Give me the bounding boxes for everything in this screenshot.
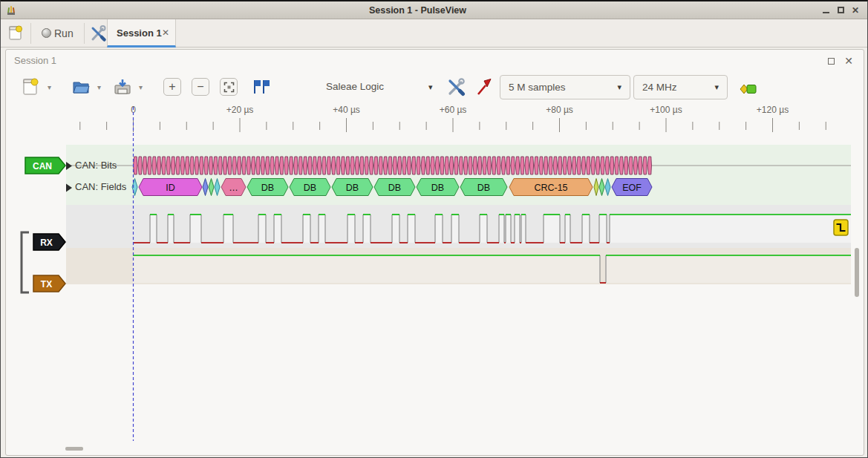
can-bit[interactable]: [440, 157, 444, 174]
can-bit[interactable]: [341, 157, 345, 174]
can-bit[interactable]: [284, 157, 288, 174]
can-field[interactable]: [594, 179, 598, 196]
can-bit[interactable]: [256, 157, 260, 174]
can-bit[interactable]: [379, 157, 382, 174]
tab-session-1[interactable]: Session 1 ✕: [107, 19, 176, 48]
can-bit[interactable]: [529, 157, 533, 174]
trigger-marker[interactable]: [834, 220, 848, 235]
can-bit[interactable]: [629, 157, 633, 174]
can-bit[interactable]: [251, 157, 255, 174]
horizontal-scrollbar[interactable]: [65, 447, 83, 451]
can-bit[interactable]: [261, 157, 264, 174]
can-bit[interactable]: [152, 157, 156, 174]
can-bit[interactable]: [365, 157, 368, 174]
can-bit[interactable]: [577, 157, 581, 174]
can-bit[interactable]: [591, 157, 595, 174]
can-bit[interactable]: [322, 157, 326, 174]
can-bit[interactable]: [449, 157, 453, 174]
can-bit[interactable]: [308, 157, 312, 174]
panel-close-button[interactable]: ✕: [841, 54, 856, 68]
can-bit[interactable]: [544, 157, 547, 174]
rx-trace-tag[interactable]: RX: [33, 234, 65, 250]
trace-view[interactable]: ID…DBDBDBDBDBDBCRC-15EOFCANRXTX: [1, 105, 868, 443]
minimize-button[interactable]: [818, 3, 833, 18]
can-bit[interactable]: [473, 157, 477, 174]
can-bit[interactable]: [355, 157, 359, 174]
can-bit[interactable]: [223, 157, 226, 174]
device-dropdown-arrow[interactable]: ▾: [428, 82, 433, 92]
can-bit[interactable]: [492, 157, 495, 174]
can-bit[interactable]: [331, 157, 335, 174]
can-bit[interactable]: [204, 157, 208, 174]
can-bit[interactable]: [228, 157, 232, 174]
can-bit[interactable]: [633, 157, 637, 174]
can-bit[interactable]: [162, 157, 166, 174]
can-bit[interactable]: [397, 157, 401, 174]
can-bit[interactable]: [643, 157, 647, 174]
can-bit[interactable]: [587, 157, 590, 174]
can-bit[interactable]: [313, 157, 316, 174]
channels-button[interactable]: [474, 76, 495, 97]
can-bit[interactable]: [483, 157, 486, 174]
can-bit[interactable]: [487, 157, 491, 174]
can-bit[interactable]: [431, 157, 434, 174]
configure-device-button[interactable]: [446, 76, 466, 97]
can-bit[interactable]: [200, 157, 203, 174]
zoom-out-button[interactable]: −: [192, 78, 209, 96]
can-bit[interactable]: [411, 157, 415, 174]
show-cursors-button[interactable]: [250, 76, 271, 97]
can-bit[interactable]: [280, 157, 284, 174]
can-bit[interactable]: [407, 157, 411, 174]
can-bit[interactable]: [501, 157, 505, 174]
can-bit[interactable]: [195, 157, 198, 174]
can-trace-tag[interactable]: CAN: [25, 157, 65, 174]
can-bit[interactable]: [185, 157, 189, 174]
can-bit[interactable]: [327, 157, 330, 174]
can-bit[interactable]: [143, 157, 146, 174]
can-bit[interactable]: [336, 157, 340, 174]
can-bit[interactable]: [209, 157, 212, 174]
can-bit[interactable]: [477, 157, 481, 174]
can-bit[interactable]: [134, 157, 137, 174]
save-button[interactable]: [112, 76, 133, 97]
can-bit[interactable]: [459, 157, 463, 174]
expander-icon[interactable]: [66, 184, 72, 192]
can-bit[interactable]: [619, 157, 623, 174]
can-bit[interactable]: [402, 157, 406, 174]
can-bit[interactable]: [350, 157, 354, 174]
can-bit[interactable]: [610, 157, 613, 174]
can-bit[interactable]: [549, 157, 552, 174]
can-bit[interactable]: [303, 157, 307, 174]
open-button[interactable]: [71, 76, 91, 97]
decoder-row-label-fields[interactable]: CAN: Fields: [75, 181, 126, 192]
can-bit[interactable]: [374, 157, 378, 174]
maximize-button[interactable]: [833, 3, 848, 18]
can-bit[interactable]: [218, 157, 222, 174]
can-bit[interactable]: [521, 157, 524, 174]
can-bit[interactable]: [497, 157, 500, 174]
can-bit[interactable]: [581, 157, 585, 174]
can-bit[interactable]: [605, 157, 609, 174]
can-field[interactable]: [599, 179, 604, 196]
can-bit[interactable]: [601, 157, 604, 174]
can-bit[interactable]: [393, 157, 397, 174]
can-bit[interactable]: [317, 157, 321, 174]
can-field[interactable]: [605, 179, 610, 196]
can-bit[interactable]: [567, 157, 571, 174]
can-bit[interactable]: [515, 157, 519, 174]
can-bit[interactable]: [525, 157, 529, 174]
run-button[interactable]: Run: [54, 27, 74, 39]
can-bit[interactable]: [421, 157, 425, 174]
can-bit[interactable]: [463, 157, 467, 174]
can-bit[interactable]: [553, 157, 557, 174]
trigger-settings-button[interactable]: [737, 79, 758, 99]
can-bit[interactable]: [298, 157, 302, 174]
can-bit[interactable]: [294, 157, 298, 174]
can-bit[interactable]: [275, 157, 278, 174]
can-bit[interactable]: [417, 157, 420, 174]
new-view-dropdown-arrow[interactable]: ▾: [48, 83, 51, 91]
can-bit[interactable]: [232, 157, 236, 174]
can-bit[interactable]: [166, 157, 170, 174]
settings-button[interactable]: [89, 24, 107, 45]
can-bit[interactable]: [176, 157, 180, 174]
